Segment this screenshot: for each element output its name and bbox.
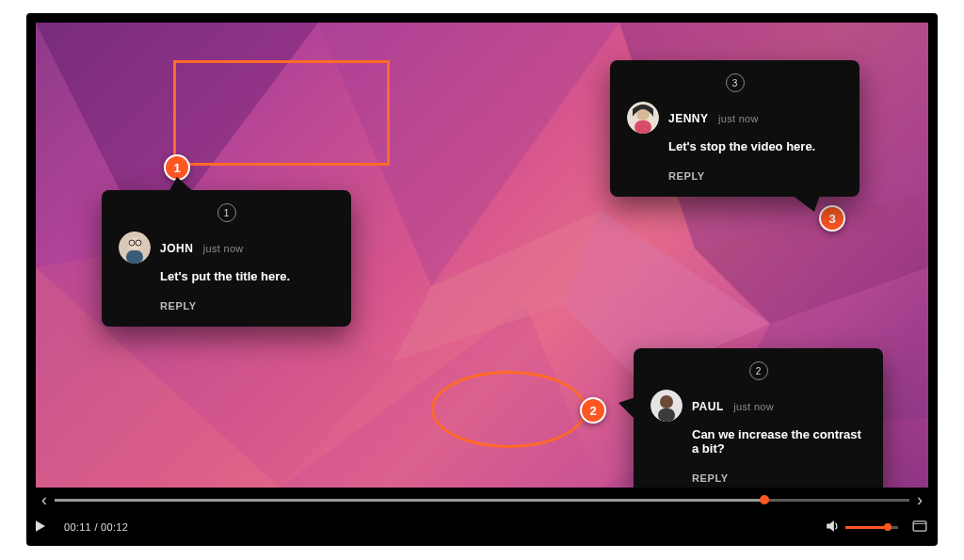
timeline-playhead[interactable] <box>760 495 769 504</box>
comment-author: JENNY <box>668 112 709 125</box>
volume-handle[interactable] <box>884 523 892 531</box>
volume-icon[interactable] <box>827 520 840 534</box>
comment-tail <box>792 195 820 212</box>
svg-rect-18 <box>635 120 651 134</box>
fullscreen-icon <box>911 520 928 532</box>
svg-marker-22 <box>36 520 45 532</box>
video-player: 1 2 3 1 JOHN just now Let's put the titl… <box>26 13 938 546</box>
avatar <box>651 390 683 422</box>
total-duration: 00:12 <box>101 521 128 533</box>
comment-tail <box>168 177 196 194</box>
volume-fill <box>845 526 888 529</box>
comment-card-3: 3 JENNY just now Let's stop the video he… <box>610 60 860 197</box>
comment-seq-badge: 3 <box>726 73 745 92</box>
timeline-progress <box>55 499 764 502</box>
comment-time: just now <box>733 401 774 412</box>
comment-card-2: 2 PAUL just now Can we increase the cont… <box>634 348 883 488</box>
comment-message: Can we increase the contrast a bit? <box>692 427 866 456</box>
annotation-ellipse[interactable] <box>431 371 586 448</box>
timeline-bar: ‹ › <box>36 491 928 508</box>
annotation-rectangle[interactable] <box>173 60 390 166</box>
comment-message: Let's stop the video here. <box>668 139 843 153</box>
playback-time: 00:11 / 00:12 <box>64 521 128 533</box>
comment-tail <box>619 397 635 420</box>
svg-point-20 <box>660 395 673 408</box>
annotation-marker-2[interactable]: 2 <box>580 397 606 424</box>
play-button[interactable] <box>36 520 53 534</box>
comment-author: JOHN <box>160 242 193 255</box>
svg-rect-13 <box>126 250 143 264</box>
comment-time: just now <box>203 243 244 254</box>
reply-button[interactable]: REPLY <box>160 300 334 312</box>
volume-slider[interactable] <box>845 526 898 529</box>
annotation-marker-3[interactable]: 3 <box>819 205 845 232</box>
fullscreen-button[interactable] <box>911 520 928 534</box>
time-sep: / <box>91 521 101 533</box>
reply-button[interactable]: REPLY <box>692 472 866 484</box>
prev-frame-button[interactable]: ‹ <box>36 491 53 508</box>
svg-rect-21 <box>658 408 675 422</box>
timeline-track[interactable] <box>55 499 909 502</box>
avatar <box>119 232 151 264</box>
player-controls: 00:11 / 00:12 <box>36 516 928 538</box>
comment-card-1: 1 JOHN just now Let's put the title here… <box>102 190 351 327</box>
comment-seq-badge: 1 <box>217 203 236 222</box>
comment-seq-badge: 2 <box>749 361 768 380</box>
play-icon <box>36 520 45 532</box>
volume-control <box>827 520 898 534</box>
svg-marker-23 <box>827 520 834 532</box>
avatar <box>627 102 659 134</box>
comment-message: Let's put the title here. <box>160 269 334 283</box>
video-canvas[interactable]: 1 2 3 1 JOHN just now Let's put the titl… <box>36 23 928 488</box>
svg-rect-24 <box>913 521 926 531</box>
current-time: 00:11 <box>64 521 91 533</box>
comment-author: PAUL <box>692 400 724 413</box>
comment-time: just now <box>718 113 759 124</box>
reply-button[interactable]: REPLY <box>668 170 843 182</box>
next-frame-button[interactable]: › <box>911 491 928 508</box>
